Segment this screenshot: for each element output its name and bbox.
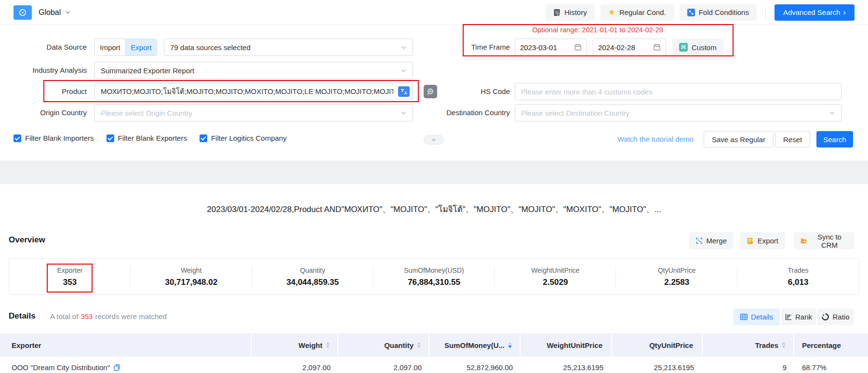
view-ratio-button[interactable]: Ratio <box>817 308 854 325</box>
column-label: Quantity <box>384 341 414 349</box>
industry-analysis-select[interactable]: Summarized Exporter Report <box>94 62 413 79</box>
optional-range-hint: Optional range: 2021-01-01 to 2024-02-29 <box>463 26 733 34</box>
stat-value: 2.2583 <box>664 278 689 287</box>
hs-code-label: HS Code <box>424 83 510 100</box>
sort-icon[interactable] <box>782 340 786 350</box>
details-table: Exporter Weight Quantity SumOfMoney(U...… <box>0 333 868 373</box>
column-label: QtyUnitPrice <box>649 341 693 349</box>
custom-label: Custom <box>692 43 717 52</box>
copy-icon[interactable] <box>114 364 120 371</box>
stat-label: WeightUnitPrice <box>531 266 579 274</box>
sort-icon[interactable] <box>326 340 330 350</box>
view-rank-button[interactable]: Rank <box>781 308 816 325</box>
translate-icon[interactable]: A <box>398 86 410 97</box>
stat-label: Quantity <box>300 266 325 274</box>
advanced-search-button[interactable]: Advanced Search <box>775 4 855 21</box>
history-button[interactable]: History <box>546 4 595 21</box>
column-header-trades[interactable]: Trades <box>703 333 794 357</box>
stat-value: 6,013 <box>788 278 809 287</box>
collapse-form-button[interactable] <box>424 135 444 145</box>
view-details-button[interactable]: Details <box>734 308 780 325</box>
history-icon <box>553 9 561 16</box>
column-header-quantity[interactable]: Quantity <box>338 333 429 357</box>
data-source-select[interactable]: 79 data sources selected <box>164 39 413 56</box>
checkbox-checked-icon <box>200 134 207 142</box>
end-date-input[interactable]: 2024-02-28 <box>593 39 666 56</box>
stat-label: Weight <box>181 266 201 274</box>
overview-title: Overview <box>9 235 45 245</box>
tutorial-link[interactable]: Watch the tutorial demo <box>617 131 694 147</box>
merge-button[interactable]: Merge <box>689 232 734 249</box>
region-label: Global <box>39 8 61 17</box>
column-header-weight-unit-price: WeightUnitPrice <box>521 333 612 357</box>
matched-count: 353 <box>78 312 95 320</box>
industry-analysis-label: Industry Analysis <box>0 62 87 79</box>
cell-sum-of-money: 52,872,960.00 <box>429 357 521 373</box>
exporter-name[interactable]: OOO "Dream City Distribution" <box>12 363 110 372</box>
export-tab[interactable]: Export <box>126 39 157 55</box>
column-header-sum-of-money[interactable]: SumOfMoney(U... <box>429 333 521 357</box>
data-source-toggle: Import Export <box>94 39 157 56</box>
sync-icon <box>801 238 807 244</box>
history-label: History <box>564 8 587 16</box>
sort-desc-active-icon[interactable] <box>508 340 512 350</box>
product-field-wrap: A <box>94 83 413 100</box>
filter-logistics-company-checkbox[interactable]: Filter Logitics Company <box>200 134 287 142</box>
stat-weight: Weight 30,717,948.02 <box>131 259 252 294</box>
merge-label: Merge <box>706 237 727 245</box>
product-input[interactable] <box>94 83 413 100</box>
table-row[interactable]: OOO "Dream City Distribution" 2,097.00 2… <box>0 357 868 373</box>
cell-exporter[interactable]: OOO "Dream City Distribution" <box>0 357 252 373</box>
region-selector[interactable]: Global <box>39 8 71 17</box>
custom-range-button[interactable]: Custom <box>672 39 723 56</box>
advanced-search-page: Global History ★ Regular Cond. Fold Cond… <box>0 0 868 373</box>
column-label: Trades <box>755 341 778 349</box>
table-header-row: Exporter Weight Quantity SumOfMoney(U...… <box>0 333 868 357</box>
cell-quantity: 2,097.00 <box>338 357 429 373</box>
stat-value: 2.5029 <box>543 278 568 287</box>
regular-cond-button[interactable]: ★ Regular Cond. <box>601 4 674 21</box>
column-header-weight[interactable]: Weight <box>252 333 338 357</box>
sync-to-crm-button[interactable]: Sync to CRM <box>794 232 855 249</box>
details-title: Details <box>9 311 36 321</box>
destination-country-label: Destination Country <box>424 104 510 121</box>
origin-country-select[interactable]: Please select Origin Country <box>94 104 413 121</box>
cell-trades: 9 <box>703 357 794 373</box>
view-details-label: Details <box>751 313 773 321</box>
column-header-exporter: Exporter <box>0 333 252 357</box>
regular-cond-label: Regular Cond. <box>619 8 666 16</box>
pie-chart-icon <box>822 313 829 320</box>
rank-icon <box>785 314 792 320</box>
sort-icon[interactable] <box>417 340 421 350</box>
stat-qty-unit-price: QtyUnitPrice 2.2583 <box>616 259 737 294</box>
export-button[interactable]: Export <box>740 232 785 249</box>
column-label: SumOfMoney(U... <box>444 341 505 349</box>
checkbox-label: Filter Logitics Company <box>211 134 287 142</box>
cell-weight-unit-price: 25,213.6195 <box>521 357 612 373</box>
fold-conditions-button[interactable]: Fold Conditions <box>680 4 757 21</box>
calendar-icon <box>653 43 661 51</box>
column-header-percentage: Percentage <box>794 333 868 357</box>
filter-blank-importers-checkbox[interactable]: Filter Blank Importers <box>13 134 94 142</box>
import-tab[interactable]: Import <box>95 39 126 55</box>
reset-button[interactable]: Reset <box>775 131 810 147</box>
destination-country-select[interactable]: Please select Destination Country <box>515 104 841 121</box>
overview-stats-card: Exporter 353 Weight 30,717,948.02 Quanti… <box>9 258 859 295</box>
destination-country-placeholder: Please select Destination Country <box>521 109 629 117</box>
start-date-input[interactable]: 2023-03-01 <box>515 39 587 56</box>
matched-records-text: A total of353records were matched <box>50 312 167 320</box>
column-label: Exporter <box>12 341 41 349</box>
chevron-down-icon <box>401 110 407 116</box>
matched-suffix: records were matched <box>95 312 166 320</box>
stat-exporter: Exporter 353 <box>9 259 131 294</box>
fold-conditions-label: Fold Conditions <box>699 8 749 16</box>
calendar-icon <box>574 43 582 51</box>
save-as-regular-button[interactable]: Save as Regular <box>704 131 774 147</box>
stat-label: Trades <box>788 266 809 274</box>
tab-strip: Summarized Exporter Report <box>0 160 868 184</box>
advanced-search-label: Advanced Search <box>783 8 840 16</box>
filter-blank-exporters-checkbox[interactable]: Filter Blank Exporters <box>107 134 187 142</box>
search-button[interactable]: Search <box>816 131 853 147</box>
hs-code-input[interactable] <box>515 83 841 100</box>
filter-checkbox-row: Filter Blank Importers Filter Blank Expo… <box>13 134 287 142</box>
